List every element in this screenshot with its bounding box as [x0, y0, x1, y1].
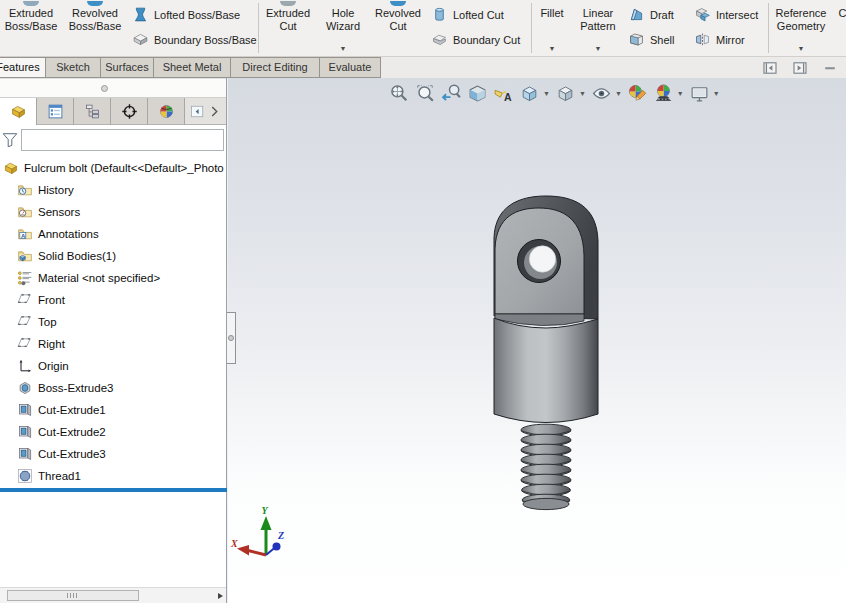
dimxpertmanager-icon	[121, 103, 138, 120]
ribbon-button-boundary-cut[interactable]: Boundary Cut	[431, 29, 529, 50]
hide-show-items-button[interactable]	[590, 82, 613, 105]
configurationmanager-tab[interactable]	[74, 98, 111, 125]
graphics-canvas[interactable]: Y X Z	[228, 78, 846, 603]
ribbon-button-hole-wizard[interactable]: HoleWizard▼	[317, 0, 369, 56]
panel-horizontal-scrollbar	[0, 587, 226, 603]
collapse-pane-left-icon[interactable]	[761, 59, 778, 76]
dropdown-arrow-icon[interactable]: ▼	[595, 45, 602, 52]
zoom-to-area-button[interactable]	[414, 82, 437, 105]
dropdown-arrow-icon[interactable]: ▼	[579, 90, 586, 97]
display-style-button[interactable]	[554, 82, 577, 105]
tree-item-origin[interactable]: Origin	[0, 355, 226, 377]
plane-icon	[17, 292, 33, 308]
tree-item-right[interactable]: Right	[0, 333, 226, 355]
ribbon-button-revolved-cut[interactable]: RevolvedCut	[369, 0, 427, 56]
tree-item-boss-extrude3[interactable]: Boss-Extrude3	[0, 377, 226, 399]
view-settings-button[interactable]	[688, 82, 711, 105]
section-view-icon	[467, 83, 488, 104]
scrollbar-thumb[interactable]	[7, 590, 139, 601]
scrollbar-right-arrow[interactable]	[218, 593, 223, 599]
dropdown-arrow-icon[interactable]: ▼	[543, 90, 550, 97]
ribbon-button-extruded-cut[interactable]: ExtrudedCut	[259, 0, 317, 56]
annotation-views-button[interactable]: A	[492, 82, 515, 105]
dropdown-arrow-icon[interactable]: ▼	[549, 45, 556, 52]
ribbon-button-linear-pattern[interactable]: LinearPattern▼	[572, 0, 624, 56]
intersect-icon	[694, 6, 711, 23]
ribbon-button-draft[interactable]: Draft	[628, 4, 688, 25]
origin-icon	[17, 358, 33, 374]
tree-item-fulcrum-bolt[interactable]: Fulcrum bolt (Default<<Default>_Photo	[0, 157, 226, 179]
orientation-triad[interactable]: Y X Z	[230, 505, 284, 556]
apply-scene-button[interactable]	[652, 82, 675, 105]
pane-scroll-left-icon[interactable]	[190, 104, 205, 119]
tab-sketch[interactable]: Sketch	[45, 57, 101, 78]
zoom-to-fit-button[interactable]	[388, 82, 411, 105]
ribbon-button-boundary-boss-base[interactable]: Boundary Boss/Base	[132, 29, 256, 50]
tree-item-top[interactable]: Top	[0, 311, 226, 333]
minimize-ribbon-icon[interactable]	[821, 59, 838, 76]
tab-direct-editing[interactable]: Direct Editing	[230, 57, 320, 78]
propertymanager-icon	[47, 103, 64, 120]
ribbon-button-label: Linear	[583, 7, 614, 20]
featuremanager-tree-tab[interactable]	[0, 98, 37, 125]
tree-item-solid-bodies-1[interactable]: Solid Bodies(1)	[0, 245, 226, 267]
section-view-button[interactable]	[466, 82, 489, 105]
tree-item-sensors[interactable]: Sensors	[0, 201, 226, 223]
tree-item-cut-extrude1[interactable]: Cut-Extrude1	[0, 399, 226, 421]
panel-collapse-handle[interactable]	[227, 312, 236, 364]
tree-item-material-not-specified[interactable]: Material <not specified>	[0, 267, 226, 289]
ribbon-button-fillet[interactable]: Fillet▼	[532, 0, 572, 56]
dropdown-arrow-icon[interactable]: ▼	[677, 90, 684, 97]
previous-view-button[interactable]	[440, 82, 463, 105]
tab-evaluate[interactable]: Evaluate	[319, 57, 381, 78]
edit-appearance-button[interactable]	[626, 82, 649, 105]
tree-item-thread1[interactable]: Thread1	[0, 465, 226, 487]
ribbon-button-label: Extruded	[9, 7, 53, 20]
dimxpertmanager-tab[interactable]	[111, 98, 148, 125]
ribbon-button-label: Draft	[650, 9, 674, 21]
panel-top-splitter[interactable]	[0, 78, 226, 98]
propertymanager-tab[interactable]	[37, 98, 74, 125]
collapse-pane-right-icon[interactable]	[791, 59, 808, 76]
ribbon-button-shell[interactable]: Shell	[628, 29, 688, 50]
dropdown-arrow-icon[interactable]: ▼	[798, 45, 805, 52]
tree-item-label: Cut-Extrude3	[38, 448, 106, 460]
model-thread	[521, 424, 571, 509]
ribbon-button-label: Revolved	[72, 7, 118, 20]
tree-item-history[interactable]: History	[0, 179, 226, 201]
tab-sheet-metal[interactable]: Sheet Metal	[153, 57, 231, 78]
rollback-bar[interactable]	[0, 488, 227, 492]
ribbon-button-label: Geometry	[777, 20, 825, 33]
ribbon-button-label: Fillet	[540, 7, 563, 20]
tab-features[interactable]: Features	[0, 57, 46, 78]
tree-item-front[interactable]: Front	[0, 289, 226, 311]
tree-item-cut-extrude2[interactable]: Cut-Extrude2	[0, 421, 226, 443]
solid-bodies-folder-icon	[17, 248, 33, 264]
ribbon-button-intersect[interactable]: Intersect	[694, 4, 766, 25]
view-orientation-button[interactable]	[518, 82, 541, 105]
ribbon-button-reference-geometry[interactable]: ReferenceGeometry▼	[769, 0, 833, 56]
tree-item-cut-extrude3[interactable]: Cut-Extrude3	[0, 443, 226, 465]
fulcrum-bolt-model[interactable]	[494, 196, 598, 510]
dropdown-arrow-icon[interactable]: ▼	[713, 90, 720, 97]
triad-x-axis[interactable]	[248, 551, 266, 556]
svg-text:A: A	[504, 90, 512, 102]
tab-surfaces[interactable]: Surfaces	[100, 57, 154, 78]
ribbon-button-lofted-boss-base[interactable]: Lofted Boss/Base	[132, 4, 256, 25]
ribbon-button-lofted-cut[interactable]: Lofted Cut	[431, 4, 529, 25]
dropdown-arrow-icon[interactable]: ▼	[340, 45, 347, 52]
pane-scroll-right-icon[interactable]	[207, 104, 222, 119]
tree-filter-input[interactable]	[21, 129, 224, 151]
ribbon-button-extruded-boss-base[interactable]: ExtrudedBoss/Base	[0, 0, 62, 56]
view-orientation-icon	[519, 83, 540, 104]
ribbon-button-mirror[interactable]: Mirror	[694, 29, 766, 50]
previous-view-icon	[441, 83, 462, 104]
ribbon-button-label: Reference	[776, 7, 827, 20]
pane-controls	[761, 59, 838, 76]
ribbon-button-curves[interactable]: Curves▼	[833, 0, 846, 56]
dropdown-arrow-icon[interactable]: ▼	[615, 90, 622, 97]
tree-item-annotations[interactable]: AAnnotations	[0, 223, 226, 245]
graphics-viewport[interactable]: Y X Z A▼▼▼▼▼	[228, 78, 846, 603]
ribbon-button-revolved-boss-base[interactable]: RevolvedBoss/Base	[62, 0, 128, 56]
displaymanager-tab[interactable]	[148, 98, 185, 125]
